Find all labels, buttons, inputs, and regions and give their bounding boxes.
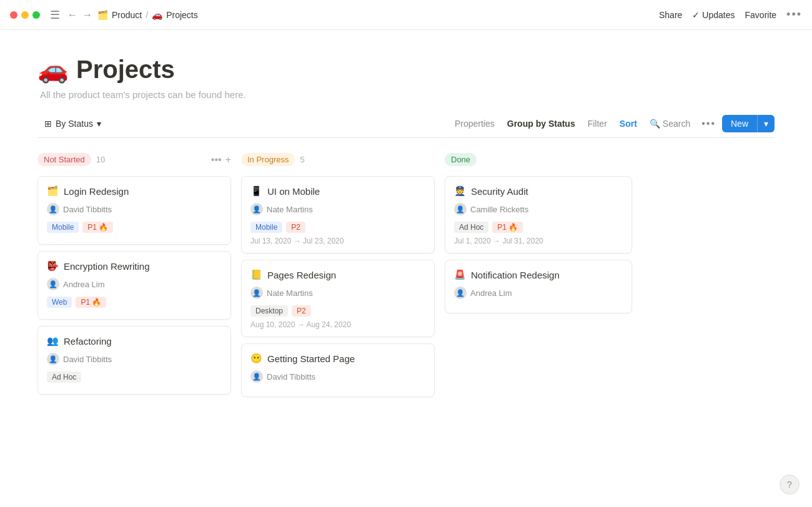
titlebar-left: ☰ ← → 🗂️ Product / 🚗 Projects xyxy=(10,8,198,22)
card-date: Jul 1, 2020 → Jul 31, 2020 xyxy=(454,237,623,245)
sidebar-toggle-icon[interactable]: ☰ xyxy=(50,8,60,22)
column-actions-not-started: ••• + xyxy=(211,154,231,165)
card-assignee: 👤 Nate Martins xyxy=(250,287,425,299)
card-assignee: 👤 David Tibbitts xyxy=(47,203,222,215)
breadcrumb-item2[interactable]: Projects xyxy=(166,10,198,20)
avatar: 👤 xyxy=(454,287,467,299)
sort-button[interactable]: Sort xyxy=(615,116,642,131)
page-subtitle: All the product team's projects can be f… xyxy=(40,89,775,100)
column-label-in-progress: In Progress xyxy=(241,153,295,166)
card-date: Jul 13, 2020 → Jul 23, 2020 xyxy=(250,237,425,245)
group-view-icon: ⊞ xyxy=(44,119,52,129)
toolbar: ⊞ By Status ▾ Properties Group by Status… xyxy=(37,115,775,138)
card-getting-started[interactable]: 😶 Getting Started Page 👤 David Tibbitts xyxy=(241,343,435,397)
titlebar: ☰ ← → 🗂️ Product / 🚗 Projects Share ✓ Up… xyxy=(0,0,812,30)
avatar: 👤 xyxy=(47,353,59,365)
column-add-icon[interactable]: + xyxy=(225,154,231,165)
page-emoji: 🚗 xyxy=(37,55,69,84)
new-button-chevron[interactable]: ▾ xyxy=(757,115,775,132)
avatar: 👤 xyxy=(454,203,467,215)
column-label-done: Done xyxy=(445,153,477,166)
avatar: 👤 xyxy=(250,203,263,215)
toolbar-right: Properties Group by Status Filter Sort 🔍… xyxy=(450,115,775,132)
card-emoji: 🗂️ xyxy=(47,185,59,197)
card-title: 👥 Refactoring xyxy=(47,335,222,347)
avatar: 👤 xyxy=(250,370,263,383)
more-options-icon[interactable]: ••• xyxy=(786,8,802,21)
column-header-in-progress: In Progress 5 xyxy=(241,150,435,169)
card-title: 📒 Pages Redesign xyxy=(250,269,425,280)
card-emoji: 📱 xyxy=(250,185,262,197)
card-assignee: 👤 Nate Martins xyxy=(250,203,425,215)
column-header-done: Done xyxy=(445,150,632,169)
page-header: 🚗 Projects All the product team's projec… xyxy=(37,55,775,100)
tag-adhoc: Ad Hoc xyxy=(454,222,488,233)
card-assignee: 👤 Andrea Lim xyxy=(47,278,222,290)
card-title: 😶 Getting Started Page xyxy=(250,353,425,364)
card-assignee: 👤 David Tibbitts xyxy=(250,370,425,383)
card-tags: Mobile P1 🔥 xyxy=(47,222,222,233)
maximize-button[interactable] xyxy=(32,11,40,19)
card-notification-redesign[interactable]: 🚨 Notification Redesign 👤 Andrea Lim xyxy=(445,260,632,313)
card-pages-redesign[interactable]: 📒 Pages Redesign 👤 Nate Martins Desktop … xyxy=(241,260,435,337)
card-assignee: 👤 Andrea Lim xyxy=(454,287,623,299)
card-assignee: 👤 Camille Ricketts xyxy=(454,203,623,215)
card-tags: Ad Hoc P1 🔥 xyxy=(454,222,623,233)
card-emoji: 🚨 xyxy=(454,269,466,280)
close-button[interactable] xyxy=(10,11,17,19)
filter-button[interactable]: Filter xyxy=(583,116,612,131)
card-emoji: 👺 xyxy=(47,260,59,272)
forward-arrow-icon[interactable]: → xyxy=(82,9,92,21)
tag-p1: P1 🔥 xyxy=(82,222,113,233)
share-button[interactable]: Share xyxy=(659,10,682,20)
group-by-button[interactable]: Group by Status xyxy=(502,116,580,131)
column-count-in-progress: 5 xyxy=(300,155,304,164)
breadcrumb-icon1: 🗂️ xyxy=(97,10,108,20)
tag-p1: P1 🔥 xyxy=(492,222,523,233)
column-more-icon[interactable]: ••• xyxy=(211,154,222,165)
tag-mobile: Mobile xyxy=(250,222,282,233)
card-tags: Desktop P2 xyxy=(250,305,425,317)
avatar: 👤 xyxy=(47,278,59,290)
tag-web: Web xyxy=(47,297,72,308)
card-encryption[interactable]: 👺 Encryption Rewriting 👤 Andrea Lim Web … xyxy=(37,251,231,320)
properties-button[interactable]: Properties xyxy=(450,116,500,131)
favorite-button[interactable]: Favorite xyxy=(745,10,777,20)
breadcrumb-separator: / xyxy=(146,10,148,20)
card-ui-mobile[interactable]: 📱 UI on Mobile 👤 Nate Martins Mobile P2 … xyxy=(241,176,435,254)
chevron-down-icon: ▾ xyxy=(97,119,101,129)
column-done: Done 👮 Security Audit 👤 Camille Ricketts… xyxy=(445,150,632,403)
card-title: 👺 Encryption Rewriting xyxy=(47,260,222,272)
search-button[interactable]: 🔍 Search xyxy=(645,116,695,131)
card-tags: Ad Hoc xyxy=(47,372,222,383)
column-not-started: Not Started 10 ••• + 🗂️ Login Redesign 👤… xyxy=(37,150,231,403)
card-security-audit[interactable]: 👮 Security Audit 👤 Camille Ricketts Ad H… xyxy=(445,176,632,254)
toolbar-more-icon[interactable]: ••• xyxy=(698,116,720,132)
card-title: 🚨 Notification Redesign xyxy=(454,269,623,280)
avatar: 👤 xyxy=(250,287,263,299)
toolbar-left: ⊞ By Status ▾ xyxy=(37,116,108,132)
card-title: 👮 Security Audit xyxy=(454,185,623,197)
column-header-not-started: Not Started 10 ••• + xyxy=(37,150,231,169)
search-icon: 🔍 xyxy=(650,119,660,129)
updates-button[interactable]: ✓ Updates xyxy=(692,10,735,20)
tag-mobile: Mobile xyxy=(47,222,79,233)
back-arrow-icon[interactable]: ← xyxy=(67,9,77,21)
column-count-not-started: 10 xyxy=(96,155,105,164)
card-assignee: 👤 David Tibbitts xyxy=(47,353,222,365)
minimize-button[interactable] xyxy=(21,11,29,19)
tag-p2: P2 xyxy=(292,305,311,317)
tag-adhoc: Ad Hoc xyxy=(47,372,81,383)
card-login-redesign[interactable]: 🗂️ Login Redesign 👤 David Tibbitts Mobil… xyxy=(37,176,231,245)
card-refactoring[interactable]: 👥 Refactoring 👤 David Tibbitts Ad Hoc xyxy=(37,326,231,395)
breadcrumb-item1[interactable]: Product xyxy=(112,10,142,20)
board: Not Started 10 ••• + 🗂️ Login Redesign 👤… xyxy=(37,150,775,403)
page-content: 🚗 Projects All the product team's projec… xyxy=(0,30,812,416)
by-status-button[interactable]: ⊞ By Status ▾ xyxy=(37,116,108,132)
card-tags: Mobile P2 xyxy=(250,222,425,233)
card-date: Aug 10, 2020 → Aug 24, 2020 xyxy=(250,320,425,329)
titlebar-right: Share ✓ Updates Favorite ••• xyxy=(659,8,802,21)
new-button[interactable]: New ▾ Templates for Projects ? ⠿ 📄 xyxy=(722,115,775,132)
new-button-label[interactable]: New xyxy=(722,115,757,132)
traffic-lights xyxy=(10,11,40,19)
